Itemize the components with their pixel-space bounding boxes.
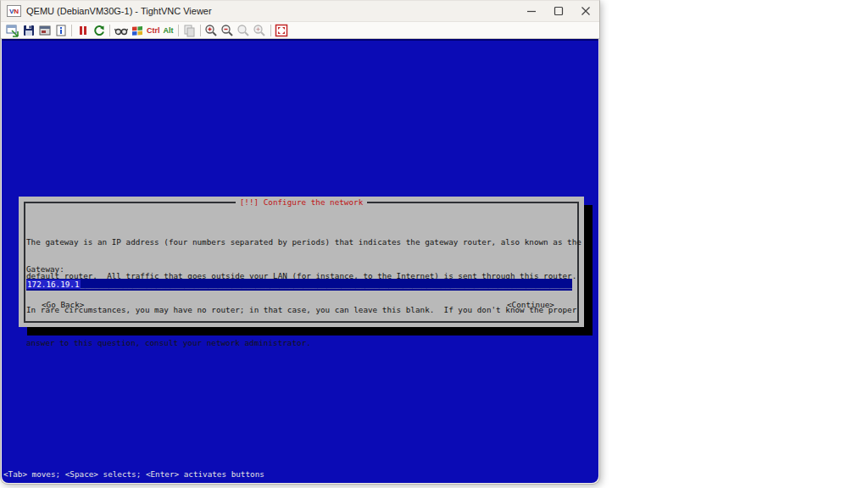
maximize-button[interactable]	[545, 1, 572, 21]
gateway-input-value: 172.16.19.1	[26, 280, 81, 289]
tightvnc-viewer-window: VN QEMU (DebianVM30G-1) - TightVNC Viewe…	[0, 0, 600, 485]
toolbar-separator	[178, 25, 179, 36]
glasses-icon	[114, 24, 128, 37]
close-button[interactable]	[572, 1, 599, 21]
zoom-in-icon	[204, 24, 218, 37]
save-icon	[22, 24, 36, 37]
connection-options-button[interactable]	[36, 23, 53, 37]
send-ctrl-button[interactable]: Ctrl	[145, 23, 162, 37]
toolbar-separator	[200, 25, 201, 36]
zoom-out-button[interactable]	[220, 23, 236, 37]
refresh-button[interactable]	[91, 23, 107, 37]
body-line: The gateway is an IP address (four numbe…	[26, 236, 576, 247]
connection-options-icon	[38, 24, 52, 37]
body-line: answer to this question, consult your ne…	[26, 337, 576, 348]
view-only-button[interactable]	[113, 23, 129, 37]
zoom-out-icon	[220, 24, 234, 37]
transfer-files-icon	[182, 24, 196, 37]
window-title: QEMU (DebianVM30G-1) - TightVNC Viewer	[26, 6, 212, 16]
send-alt-button[interactable]: Alt	[162, 23, 175, 37]
zoom-auto-button[interactable]	[252, 23, 268, 37]
pause-icon	[76, 24, 90, 37]
connection-info-button[interactable]	[53, 23, 69, 37]
new-connection-button[interactable]	[4, 23, 20, 37]
body-line: In rare circumstances, you may have no r…	[26, 304, 576, 315]
toolbar-separator	[109, 25, 110, 36]
gateway-label: Gateway:	[26, 264, 64, 274]
toolbar-separator	[71, 25, 72, 36]
toolbar: Ctrl Alt	[1, 21, 599, 39]
close-icon	[581, 6, 591, 16]
full-screen-icon	[275, 24, 288, 37]
vnc-remote-screen[interactable]: [!!] Configure the network The gateway i…	[2, 39, 598, 483]
go-back-button[interactable]: <Go Back>	[42, 300, 84, 309]
titlebar[interactable]: VN QEMU (DebianVM30G-1) - TightVNC Viewe…	[1, 1, 599, 21]
pause-button[interactable]	[75, 23, 91, 37]
toolbar-separator	[270, 25, 271, 36]
new-connection-icon	[6, 24, 19, 37]
tightvnc-logo-icon: VN	[7, 5, 21, 17]
dialog-title: [!!] Configure the network	[19, 197, 584, 207]
continue-button[interactable]: <Continue>	[507, 300, 554, 309]
zoom-100-button[interactable]	[236, 23, 252, 37]
gateway-input[interactable]: 172.16.19.1_____________________________…	[26, 279, 572, 291]
zoom-auto-icon	[253, 24, 266, 37]
window-controls	[518, 1, 599, 21]
full-screen-button[interactable]	[274, 23, 290, 37]
send-windows-key-button[interactable]	[129, 23, 145, 37]
minimize-icon	[526, 6, 537, 16]
connection-info-icon	[54, 24, 68, 37]
minimize-button[interactable]	[518, 1, 545, 21]
windows-logo-icon	[131, 24, 144, 37]
dialog-body-text: The gateway is an IP address (four numbe…	[26, 214, 576, 371]
configure-network-dialog: [!!] Configure the network The gateway i…	[19, 197, 584, 327]
refresh-icon	[92, 24, 106, 37]
save-session-button[interactable]	[20, 23, 36, 37]
maximize-icon	[554, 6, 564, 16]
gateway-input-fill: ________________________________________…	[81, 280, 572, 289]
transfer-files-button[interactable]	[181, 23, 198, 37]
zoom-in-button[interactable]	[203, 23, 220, 37]
zoom-100-icon	[236, 24, 250, 37]
installer-status-line: <Tab> moves; <Space> selects; <Enter> ac…	[3, 469, 264, 479]
